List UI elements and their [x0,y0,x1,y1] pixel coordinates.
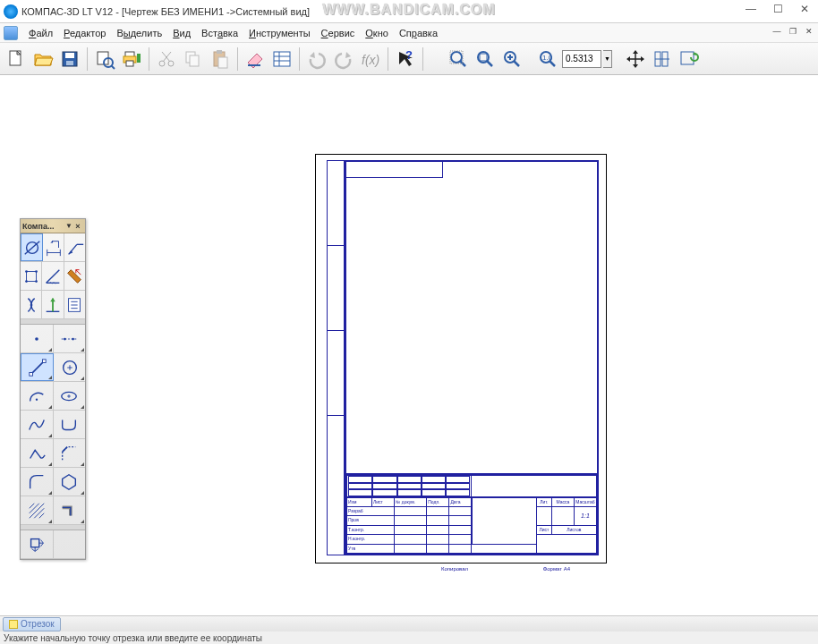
tool-arc[interactable] [21,382,54,410]
refresh-button[interactable] [677,47,702,72]
tool-select[interactable] [21,291,42,318]
status-message: Укажите начальную точку отрезка или введ… [4,633,262,643]
zoom-window-button[interactable] [473,47,498,72]
eraser-button[interactable] [243,47,268,72]
tool-fillet[interactable] [21,468,54,496]
top-stamp-box [346,162,443,178]
tool-polyline[interactable] [21,439,54,467]
mdi-minimize-button[interactable]: — [770,25,784,38]
window-title: КОМПАС-3D LT V12 - [Чертеж БЕЗ ИМЕНИ1 ->… [21,6,310,17]
copy-button[interactable] [181,47,206,72]
tool-circle[interactable] [54,353,85,381]
zoom-scale-button[interactable]: 1.0 [535,47,560,72]
tool-panel-dropdown-icon[interactable]: ▼ [65,222,72,230]
tb-date: Дата [449,497,472,506]
tool-spline[interactable] [21,411,54,438]
binding-margin [327,160,345,555]
minimize-button[interactable]: — [737,0,764,18]
tool-line-segment[interactable] [21,353,54,381]
tool-annotations[interactable] [64,233,85,261]
tool-panel-close-icon[interactable]: × [72,222,83,231]
tool-chamfer[interactable] [54,439,86,467]
tool-edit[interactable] [21,262,42,290]
svg-rect-21 [274,52,290,66]
svg-line-89 [30,503,39,513]
print-button[interactable] [119,47,144,72]
svg-rect-10 [137,54,141,63]
mdi-restore-button[interactable]: ❐ [786,25,800,38]
tool-geometry[interactable] [21,233,43,261]
tool-parametric[interactable] [42,262,64,290]
svg-line-34 [514,61,519,66]
mdi-close-button[interactable]: ✕ [802,25,816,38]
tool-hatch[interactable] [21,496,54,524]
save-button[interactable] [57,47,82,72]
drawing-frame: Изм Лист № докум. Подп. Дата Лит. Масса … [345,160,599,555]
undo-button[interactable] [304,47,329,72]
tool-point[interactable] [21,325,54,352]
menu-view[interactable]: Вид [167,26,196,40]
tool-polygon[interactable] [54,468,86,496]
menu-help[interactable]: Справка [394,26,443,40]
svg-text:f(x): f(x) [362,53,379,67]
maximize-button[interactable]: ☐ [764,0,791,18]
tool-broken-line[interactable] [54,411,86,438]
menu-file[interactable]: Файл [23,26,58,40]
svg-text:1.0: 1.0 [542,54,553,62]
tool-report[interactable] [64,291,85,318]
drawing-sheet[interactable]: Изм Лист № докум. Подп. Дата Лит. Масса … [315,154,607,564]
tb-dev: Разраб [347,506,395,515]
menu-edit[interactable]: Редактор [58,26,111,40]
tool-panel: Компа... ▼ × [20,218,86,560]
tb-scale: Масштаб [574,497,596,506]
tool-dimensions[interactable] [43,233,64,261]
zoom-in-button[interactable] [499,47,524,72]
tool-spec[interactable] [42,291,64,318]
menu-insert[interactable]: Вставка [196,26,243,40]
redo-button[interactable] [331,47,356,72]
tb-docnum: № докум. [395,497,427,506]
active-command-tab[interactable]: Отрезок [3,617,61,631]
open-button[interactable] [30,47,55,72]
watermark: WWW.BANDICAM.COM [322,2,496,18]
paste-button[interactable] [208,47,233,72]
properties-button[interactable] [269,47,294,72]
tb-check: Пров [347,516,395,525]
tb-mass: Масса [551,497,574,506]
doc-menu-icon[interactable] [4,26,18,40]
pan-button[interactable] [623,47,648,72]
menu-window[interactable]: Окно [360,26,394,40]
tool-equidistant[interactable] [54,496,86,524]
title-block[interactable]: Изм Лист № докум. Подп. Дата Лит. Масса … [346,473,597,554]
tool-aux-line[interactable] [54,325,86,352]
main-toolbar: f(x) ? 1.0 ▼ [0,43,818,75]
tool-measure[interactable] [64,262,85,290]
tool-contour[interactable] [21,530,54,558]
zoom-fit-button[interactable] [446,47,471,72]
svg-line-61 [47,269,60,283]
svg-rect-32 [480,54,487,61]
svg-rect-77 [29,372,32,376]
footer-format: Формат A4 [543,566,570,572]
menu-select[interactable]: Выделить [111,26,167,40]
rebuild-button[interactable] [650,47,675,72]
svg-rect-20 [248,64,260,66]
svg-rect-18 [217,50,222,54]
svg-text:?: ? [405,48,413,62]
tb-list: Лист [371,497,394,506]
tool-ellipse[interactable] [54,382,86,410]
print-preview-button[interactable] [92,47,117,72]
tb-sign: Подп. [427,497,449,506]
zoom-dropdown[interactable]: ▼ [603,50,612,68]
tb-sheets: Листов [551,525,596,534]
cut-button[interactable] [154,47,179,72]
close-button[interactable]: ✕ [791,0,818,18]
menu-service[interactable]: Сервис [316,26,361,40]
tool-panel-titlebar[interactable]: Компа... ▼ × [21,219,85,233]
context-help-button[interactable]: ? [393,47,418,72]
zoom-input[interactable] [562,50,601,68]
new-button[interactable] [4,47,29,72]
menu-tools[interactable]: Инструменты [243,26,316,40]
svg-line-6 [111,65,115,69]
variables-button[interactable]: f(x) [358,47,383,72]
